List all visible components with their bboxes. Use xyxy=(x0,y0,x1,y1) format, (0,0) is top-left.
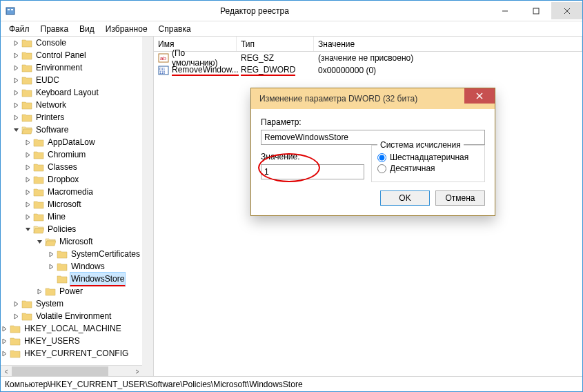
tree-hscrollbar[interactable] xyxy=(1,365,142,376)
value-input[interactable] xyxy=(261,164,364,179)
status-path: Компьютер\HKEY_CURRENT_USER\Software\Pol… xyxy=(5,380,303,389)
value-label: Значение: xyxy=(261,152,364,161)
tree-label: Volatile Environment xyxy=(34,310,112,322)
tree-item[interactable]: Mine xyxy=(1,210,142,223)
tree-label: Macromedia xyxy=(46,186,95,198)
folder-icon xyxy=(57,275,68,284)
tree-item[interactable]: Control Panel xyxy=(1,49,142,61)
tree-item[interactable]: Windows xyxy=(1,260,142,273)
string-value-icon xyxy=(158,52,169,63)
col-type[interactable]: Тип xyxy=(237,37,314,51)
value-type: REG_DWORD xyxy=(237,65,314,76)
tree-item[interactable]: Console xyxy=(1,37,142,49)
param-label: Параметр: xyxy=(261,117,485,127)
list-rows: (По умолчанию)REG_SZ(значение не присвое… xyxy=(154,52,582,77)
menu-view[interactable]: Вид xyxy=(74,23,100,35)
folder-icon xyxy=(21,63,32,72)
window-buttons xyxy=(489,2,582,19)
scroll-right-button[interactable] xyxy=(131,366,142,376)
folder-icon xyxy=(33,138,44,147)
tree-item[interactable]: Classes xyxy=(1,161,142,173)
ok-button[interactable]: OK xyxy=(380,190,430,206)
tree-item[interactable]: HKEY_LOCAL_MACHINE xyxy=(1,322,142,335)
edit-dword-dialog: Изменение параметра DWORD (32 бита) Пара… xyxy=(250,88,495,216)
tree-item[interactable]: Dropbox xyxy=(1,173,142,186)
tree-item[interactable]: Printers xyxy=(1,111,142,124)
folder-icon xyxy=(57,250,68,259)
minimize-button[interactable] xyxy=(489,2,520,19)
folder-icon xyxy=(33,213,44,222)
tree-item[interactable]: Microsoft xyxy=(1,198,142,210)
value-column: Значение: xyxy=(261,152,364,182)
tree-label: Network xyxy=(34,99,68,111)
radix-hex-radio[interactable] xyxy=(377,153,386,162)
tree-item[interactable]: Network xyxy=(1,99,142,111)
list-row[interactable]: (По умолчанию)REG_SZ(значение не присвое… xyxy=(154,52,582,64)
tree-label: Classes xyxy=(46,161,79,173)
folder-icon xyxy=(21,51,32,60)
tree-label: HKEY_USERS xyxy=(23,335,81,347)
radix-legend: Система исчисления xyxy=(377,140,464,150)
radix-hex-option[interactable]: Шестнадцатеричная xyxy=(377,153,479,162)
tree-item[interactable]: Policies xyxy=(1,223,142,235)
tree-item[interactable]: Chromium xyxy=(1,148,142,161)
statusbar: Компьютер\HKEY_CURRENT_USER\Software\Pol… xyxy=(1,376,582,391)
folder-open-icon xyxy=(21,126,32,135)
tree-item[interactable]: Software xyxy=(1,124,142,136)
menu-help[interactable]: Справка xyxy=(153,23,197,35)
close-button[interactable] xyxy=(551,2,582,19)
radix-dec-option[interactable]: Десятичная xyxy=(377,164,479,173)
tree-item[interactable]: WindowsStore xyxy=(1,273,142,285)
folder-icon xyxy=(21,300,32,308)
dialog-close-button[interactable] xyxy=(464,88,495,104)
tree-item[interactable]: Keyboard Layout xyxy=(1,86,142,99)
tree-label: Printers xyxy=(34,111,66,124)
folder-icon xyxy=(21,113,32,122)
tree-label: Mine xyxy=(46,210,67,223)
list-row[interactable]: RemoveWindow...REG_DWORD0x00000000 (0) xyxy=(154,64,582,77)
tree-item[interactable]: Microsoft xyxy=(1,235,142,248)
tree-item[interactable]: Environment xyxy=(1,61,142,74)
scroll-corner xyxy=(142,365,153,376)
col-value[interactable]: Значение xyxy=(314,37,582,51)
tree-item[interactable]: SystemCertificates xyxy=(1,248,142,260)
tree-label: Dropbox xyxy=(46,173,80,186)
dialog-body: Параметр: Значение: Система исчисления Ш… xyxy=(251,109,495,186)
tree-label: Environment xyxy=(34,61,83,74)
tree-item[interactable]: System xyxy=(1,297,142,310)
tree[interactable]: ConsoleControl PanelEnvironmentEUDCKeybo… xyxy=(1,37,142,365)
svg-rect-7 xyxy=(11,9,13,10)
dialog-buttons: OK Отмена xyxy=(251,186,495,215)
tree-label: System xyxy=(34,297,65,310)
cancel-button[interactable]: Отмена xyxy=(435,190,485,206)
tree-label: WindowsStore xyxy=(70,272,126,286)
tree-pane: ConsoleControl PanelEnvironmentEUDCKeybo… xyxy=(1,37,154,376)
tree-item[interactable]: EUDC xyxy=(1,74,142,86)
tree-item[interactable]: HKEY_USERS xyxy=(1,335,142,347)
folder-icon xyxy=(21,312,32,321)
tree-label: AppDataLow xyxy=(46,136,97,148)
tree-item[interactable]: HKEY_CURRENT_CONFIG xyxy=(1,347,142,360)
value-type: REG_SZ xyxy=(237,53,314,63)
tree-label: Microsoft xyxy=(46,198,83,210)
menu-edit[interactable]: Правка xyxy=(35,23,75,35)
tree-item[interactable]: AppDataLow xyxy=(1,136,142,148)
tree-item[interactable]: Power xyxy=(1,285,142,297)
value-name: RemoveWindow... xyxy=(172,65,239,76)
folder-icon xyxy=(21,101,32,110)
scroll-left-button[interactable] xyxy=(1,366,12,376)
maximize-button[interactable] xyxy=(520,2,551,19)
folder-icon xyxy=(21,39,32,48)
folder-icon xyxy=(10,349,21,358)
tree-item[interactable]: Volatile Environment xyxy=(1,310,142,322)
tree-label: Policies xyxy=(46,223,77,235)
folder-icon xyxy=(21,88,32,97)
dialog-title: Изменение параметра DWORD (32 бита) xyxy=(259,94,464,104)
radix-dec-radio[interactable] xyxy=(377,164,386,173)
folder-icon xyxy=(33,200,44,209)
menu-file[interactable]: Файл xyxy=(3,23,35,35)
tree-item[interactable]: Macromedia xyxy=(1,186,142,198)
scroll-thumb[interactable] xyxy=(12,366,108,376)
menu-favorites[interactable]: Избранное xyxy=(100,23,153,35)
tree-vscrollbar[interactable] xyxy=(142,37,153,365)
